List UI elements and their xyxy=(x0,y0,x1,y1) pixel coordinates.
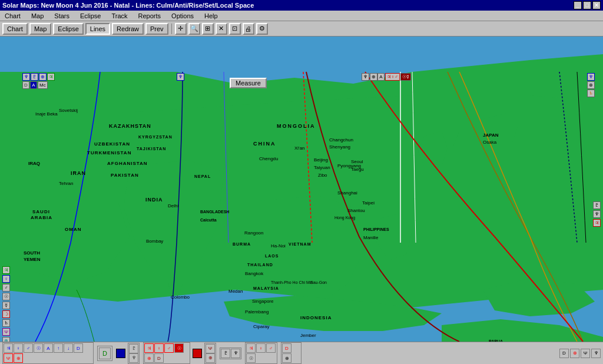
menu-stars[interactable]: Stars xyxy=(52,12,72,20)
bg4-6[interactable]: D xyxy=(154,353,164,363)
minimize-button[interactable]: _ xyxy=(574,1,582,9)
bottom-icon-8[interactable]: D xyxy=(74,343,83,353)
menu-map[interactable]: Map xyxy=(29,12,46,20)
left-icon-9[interactable]: ⊕ xyxy=(2,337,10,342)
settings-icon[interactable]: ⚙ xyxy=(256,23,268,35)
astro-r-2[interactable]: ⊕ xyxy=(370,73,377,81)
left-icon-5[interactable]: ☿ xyxy=(2,302,10,309)
close-button[interactable]: ✕ xyxy=(592,1,601,9)
bottom-blue-box[interactable] xyxy=(116,349,125,358)
right-icon-1[interactable]: ♇ xyxy=(593,201,601,209)
bottom-icon-10[interactable]: ⊕ xyxy=(14,353,23,363)
toolbar-divider xyxy=(171,24,172,34)
toolbar-map-btn[interactable]: Map xyxy=(29,23,51,35)
bottom-icon-9[interactable]: Ψ xyxy=(4,353,13,363)
bg6-2[interactable]: ♆ xyxy=(231,349,240,358)
bottom-red-square[interactable] xyxy=(193,349,202,358)
left-icon-6[interactable]: ☽ xyxy=(2,310,10,318)
astro-icon-2[interactable]: ♇ xyxy=(31,73,38,81)
cancel-icon[interactable]: ✕ xyxy=(216,23,227,35)
svg-text:Sovetskij: Sovetskij xyxy=(59,108,78,113)
menu-track[interactable]: Track xyxy=(109,12,130,20)
astro-edge-2[interactable]: ⊕ xyxy=(587,81,595,89)
bottom-icon-5[interactable]: A xyxy=(44,343,53,353)
bottom-icon-4[interactable]: ☉ xyxy=(34,343,43,353)
bg4-2[interactable]: ♀ xyxy=(154,343,164,353)
bg6-1[interactable]: ♇ xyxy=(221,349,230,358)
bg7-2[interactable]: ♀ xyxy=(256,343,266,353)
menu-bar: Chart Map Stars Eclipse Track Reports Op… xyxy=(0,11,603,21)
menu-help[interactable]: Help xyxy=(202,12,220,20)
left-icon-7[interactable]: ♄ xyxy=(2,319,10,327)
bottom-icon-7[interactable]: ↓ xyxy=(64,343,73,353)
bg4-3[interactable]: ♂ xyxy=(164,343,174,353)
zoom-icon[interactable]: 🔍 xyxy=(188,23,200,35)
svg-text:Taiyuan: Taiyuan xyxy=(314,165,330,170)
select-icon[interactable]: ⊞ xyxy=(202,23,214,35)
astro-icon-7[interactable]: Mc xyxy=(38,81,48,89)
bg5-2[interactable]: ⊕ xyxy=(206,353,215,363)
astro-icon-center-1[interactable]: ♆ xyxy=(177,73,184,81)
print-icon[interactable]: 🖨 xyxy=(243,23,254,35)
bottom-icon-1[interactable]: ♃ xyxy=(4,343,13,353)
br-4[interactable]: ♆ xyxy=(591,349,601,358)
bottom-d-icon[interactable]: D xyxy=(99,348,111,359)
bg4-4[interactable]: ☉ xyxy=(174,343,184,353)
crosshair-icon[interactable]: ✛ xyxy=(175,23,187,35)
bg7-1[interactable]: ♃ xyxy=(246,343,256,353)
menu-options[interactable]: Options xyxy=(169,12,196,20)
toolbar-redraw-btn[interactable]: Redraw xyxy=(112,23,144,35)
bottom-psi[interactable]: ♇ xyxy=(129,344,138,353)
left-icon-2[interactable]: ♀ xyxy=(2,275,10,283)
astro-r-3[interactable]: A xyxy=(377,73,385,81)
astro-icon-4[interactable]: ♃ xyxy=(47,73,55,81)
svg-text:Hong Kong: Hong Kong xyxy=(334,216,355,220)
astro-icon-3[interactable]: ⊕ xyxy=(39,73,47,81)
right-icon-3[interactable]: ♃ xyxy=(593,219,601,227)
astro-r-5[interactable]: ☉☿ xyxy=(400,73,411,81)
toolbar-prev-btn[interactable]: Prev xyxy=(145,23,168,35)
bg8-1[interactable]: D xyxy=(282,343,291,353)
br-2[interactable]: ⊕ xyxy=(570,349,579,358)
astro-icon-5[interactable]: D xyxy=(22,81,29,89)
left-icon-8[interactable]: Ψ xyxy=(2,328,10,336)
toolbar-chart-btn[interactable]: Chart xyxy=(2,23,28,35)
right-icon-2[interactable]: ♆ xyxy=(593,210,601,218)
window-controls[interactable]: _ □ ✕ xyxy=(574,1,601,9)
astro-edge-1[interactable]: ♆ xyxy=(587,73,595,81)
menu-chart[interactable]: Chart xyxy=(2,12,23,20)
bottom-neptune[interactable]: ♆ xyxy=(129,353,138,363)
svg-text:Tehran: Tehran xyxy=(59,181,73,186)
left-icon-3[interactable]: ♂ xyxy=(2,284,10,292)
top-icons-right2: A ♃♀♂ ☉☿ xyxy=(377,73,411,81)
grid-icon[interactable]: ⊡ xyxy=(229,23,241,35)
bottom-icon-6[interactable]: ↑ xyxy=(54,343,63,353)
toolbar-eclipse-btn[interactable]: Eclipse xyxy=(53,23,83,35)
br-3[interactable]: Ψ xyxy=(581,349,590,358)
maximize-button[interactable]: □ xyxy=(583,1,591,9)
svg-text:Beijing: Beijing xyxy=(314,157,328,163)
right-side-icons: ♇ ♆ ♃ xyxy=(593,201,601,227)
menu-reports[interactable]: Reports xyxy=(136,12,164,20)
bg5-1[interactable]: Ψ xyxy=(206,344,215,353)
astro-icon-6[interactable]: A xyxy=(30,81,37,89)
bg4-5[interactable]: ⊕ xyxy=(144,353,154,363)
svg-text:KYRGYZSTAN: KYRGYZSTAN xyxy=(138,135,173,139)
astro-icon-1[interactable]: ♆ xyxy=(22,73,30,81)
bg4-1[interactable]: ♃ xyxy=(144,343,154,353)
bottom-icon-3[interactable]: ♂ xyxy=(24,343,33,353)
astro-r-4[interactable]: ♃♀♂ xyxy=(385,73,400,81)
bottom-icon-2[interactable]: ♀ xyxy=(14,343,23,353)
br-1[interactable]: D xyxy=(559,349,569,358)
bg7-3[interactable]: ♂ xyxy=(266,343,276,353)
bg7-4[interactable]: ☉ xyxy=(246,353,256,363)
menu-eclipse[interactable]: Eclipse xyxy=(78,12,103,20)
astro-edge-3[interactable]: ♄ xyxy=(587,90,595,97)
measure-button[interactable]: Measure xyxy=(230,78,267,88)
toolbar-lines-btn[interactable]: Lines xyxy=(85,23,110,35)
bg8-2[interactable]: ⊕ xyxy=(282,353,291,363)
svg-text:THAILAND: THAILAND xyxy=(247,263,273,267)
left-icon-4[interactable]: ☉ xyxy=(2,293,10,300)
left-icon-1[interactable]: ♃ xyxy=(2,266,10,274)
astro-r-1[interactable]: ♆ xyxy=(362,73,369,81)
